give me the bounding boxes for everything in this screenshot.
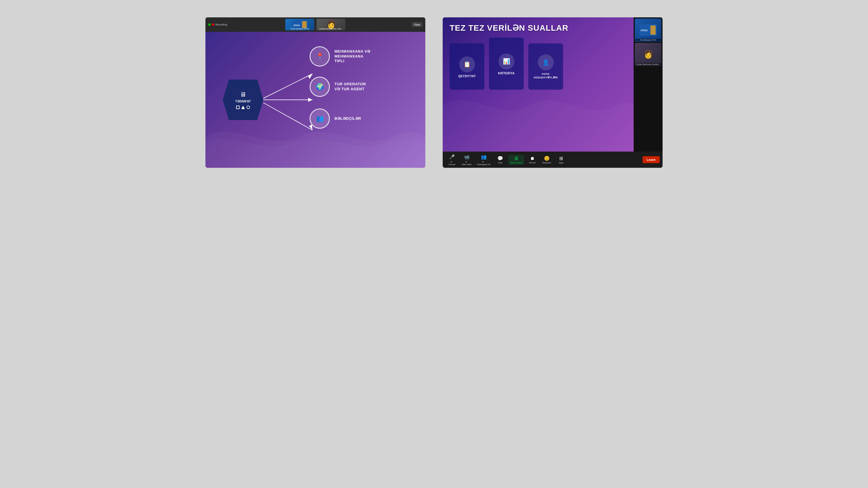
svg-text:ATGA: ATGA: [293, 24, 300, 27]
guide-icon-circle: 👥: [310, 108, 330, 129]
titlebar-left: Recording ATGA Tural Musayev ATGA 👩 Günt…: [206, 18, 425, 32]
tasnifat-label: TƏSNIFAT: [235, 99, 251, 103]
slide-cards-row: 📋 QEYDIYYAT 📊 KRİTERİYA 👤 FOTO XÜSUSIYYƏ: [450, 38, 627, 90]
participants-button[interactable]: 👥 ▲ Participants 28: [475, 153, 492, 167]
card-foto: 👤 FOTO XÜSUSIYYƏTLƏRI: [528, 43, 563, 90]
recording-indicator: Recording: [208, 23, 227, 26]
slide-left-content: 🖥 TƏSNIFAT: [206, 32, 425, 168]
slide-title-right: TEZ TEZ VERİLƏN SUALLAR: [450, 23, 627, 33]
apps-button[interactable]: ⊞ Apps: [555, 155, 568, 165]
unmute-label: Unmute: [448, 163, 456, 165]
view-button[interactable]: View: [412, 22, 423, 27]
item3-text: BƏLƏDÇİLƏR: [335, 116, 361, 121]
square-icon: [236, 106, 240, 109]
participants-text: Participants: [477, 163, 488, 165]
participant2-name-right: Güntay Tayramova_Azerbaij...: [636, 63, 661, 65]
zoom-main-right: TEZ TEZ VERİLƏN SUALLAR 📋 QEYDIYYAT 📊 KR…: [443, 18, 662, 152]
participant-thumb-2[interactable]: 👩 Güntay Bayramova_Aze...: [316, 19, 345, 30]
chat-label: Chat: [498, 162, 502, 164]
tasnifat-shape-icons: [236, 106, 250, 109]
unmute-chevron: ▲: [450, 160, 453, 163]
zoom-window-left: Recording ATGA Tural Musayev ATGA 👩 Günt…: [206, 18, 425, 168]
share-screen-label: Share Screen: [510, 162, 523, 164]
zoom-toolbar-right: 🎤 ▲ Unmute 📹 ▲ Start Video 👥 ▲ Participa…: [443, 152, 662, 168]
share-screen-icon: 🖥: [514, 156, 519, 161]
recording-label: Recording: [215, 23, 227, 26]
apps-label: Apps: [559, 162, 564, 164]
item1-label: MEHMANXANA VƏ MEHMANXANA TIPLI: [335, 49, 370, 63]
card2-label: KRİTERİYA: [498, 72, 515, 75]
triangle-icon: [241, 106, 245, 109]
video-icon: 📹: [464, 154, 470, 160]
chat-icon: 💬: [497, 156, 503, 161]
slide-item-tur-operator: 🌍 TUR OPERATOR VƏ TUR AGENT: [310, 77, 366, 97]
item1-text: MEHMANXANA VƏ MEHMANXANA TIPLI: [335, 49, 370, 64]
participants-count: 28: [488, 163, 490, 165]
reactions-button[interactable]: 😊 Reactions: [540, 155, 553, 165]
apps-icon: ⊞: [559, 156, 563, 161]
participants-label: Participants 28: [477, 163, 490, 165]
reactions-icon: 😊: [544, 156, 550, 161]
participant2-name-left: Güntay Bayramova_Aze...: [317, 28, 345, 30]
video-chevron: ▲: [465, 160, 467, 163]
start-video-label: Start Video: [462, 163, 472, 165]
participant1-name-left: Tural Musayev ATGA: [286, 28, 314, 30]
zoom-window-right: TEZ TEZ VERİLƏN SUALLAR 📋 QEYDIYYAT 📊 KR…: [443, 18, 662, 168]
record-icon: ⏺: [530, 156, 535, 161]
participant-video-2[interactable]: 👩 Güntay Tayramova_Azerbaij...: [635, 43, 661, 66]
share-screen-button[interactable]: 🖥 Share Screen: [508, 155, 524, 165]
participant1-name-right: Tural Musayev ATOA: [636, 39, 661, 41]
green-status-dot: [208, 24, 211, 26]
tasnifat-box: 🖥 TƏSNIFAT: [223, 79, 263, 120]
kriteriya-icon: 📊: [498, 54, 515, 69]
leave-button[interactable]: Leave: [643, 156, 660, 163]
card3-label: FOTO XÜSUSIYYƏTLƏRI: [533, 73, 558, 79]
tasnifat-screen-icon: 🖥: [240, 91, 246, 98]
rec-dot: [212, 24, 214, 26]
svg-rect-2: [302, 21, 307, 28]
card-qeydiyyat: 📋 QEYDIYYAT: [450, 43, 484, 90]
slide-right: TEZ TEZ VERİLƏN SUALLAR 📋 QEYDIYYAT 📊 KR…: [443, 18, 633, 152]
hotel-icon-circle: 📍: [310, 46, 330, 67]
foto-icon: 👤: [538, 54, 554, 70]
svg-line-3: [263, 74, 312, 98]
svg-text:ATOA: ATOA: [641, 29, 648, 32]
start-video-button[interactable]: 📹 ▲ Start Video: [460, 153, 474, 167]
participant2-face-icon: 👩: [643, 50, 653, 59]
toolbar-items: 🎤 ▲ Unmute 📹 ▲ Start Video 👥 ▲ Participa…: [445, 153, 643, 167]
card3-label1: FOTO: [542, 73, 550, 75]
chat-button[interactable]: 💬 Chat: [494, 155, 507, 165]
item2-text: TUR OPERATOR VƏ TUR AGENT: [335, 82, 366, 92]
participant-thumb-1[interactable]: ATGA Tural Musayev ATGA: [285, 19, 314, 30]
slide-item-beledciler: 👥 BƏLƏDÇİLƏR: [310, 108, 361, 129]
svg-rect-11: [650, 26, 656, 35]
company-logo-icon-right: ATOA: [640, 24, 657, 36]
participants-icon: 👥: [481, 154, 487, 160]
reactions-label: Reactions: [542, 162, 551, 164]
participant2-video-bg: 👩: [635, 43, 661, 66]
participant1-video-bg: ATOA: [635, 19, 661, 42]
card3-label2: XÜSUSIYYƏTLƏRI: [533, 76, 558, 79]
qeydiyyat-icon: 📋: [459, 56, 475, 72]
svg-line-7: [263, 103, 312, 130]
person-face-icon: 👩: [326, 21, 336, 29]
participants-panel: ATOA Tural Musayev ATOA 👩 Güntay Tayramo…: [633, 18, 662, 152]
circle-shape-icon: [247, 106, 250, 109]
slide-right-content: TEZ TEZ VERİLƏN SUALLAR 📋 QEYDIYYAT 📊 KR…: [443, 18, 633, 152]
item2-label: TUR OPERATOR VƏ TUR AGENT: [335, 82, 366, 91]
record-button[interactable]: ⏺ Record: [526, 155, 539, 165]
card1-label: QEYDIYYAT: [458, 75, 476, 78]
slide-item-mehmanxana: 📍 MEHMANXANA VƏ MEHMANXANA TIPLI: [310, 46, 370, 67]
participants-chevron: ▲: [482, 160, 484, 163]
tour-icon-circle: 🌍: [310, 77, 330, 97]
slide-left: 🖥 TƏSNIFAT: [206, 32, 425, 168]
card-kriteriya: 📊 KRİTERİYA: [489, 38, 524, 90]
unmute-button[interactable]: 🎤 ▲ Unmute: [445, 153, 458, 167]
svg-marker-6: [308, 98, 312, 102]
mic-icon: 🎤: [449, 154, 455, 160]
record-label: Record: [529, 162, 535, 164]
participant-video-1[interactable]: ATOA Tural Musayev ATOA: [635, 19, 661, 42]
